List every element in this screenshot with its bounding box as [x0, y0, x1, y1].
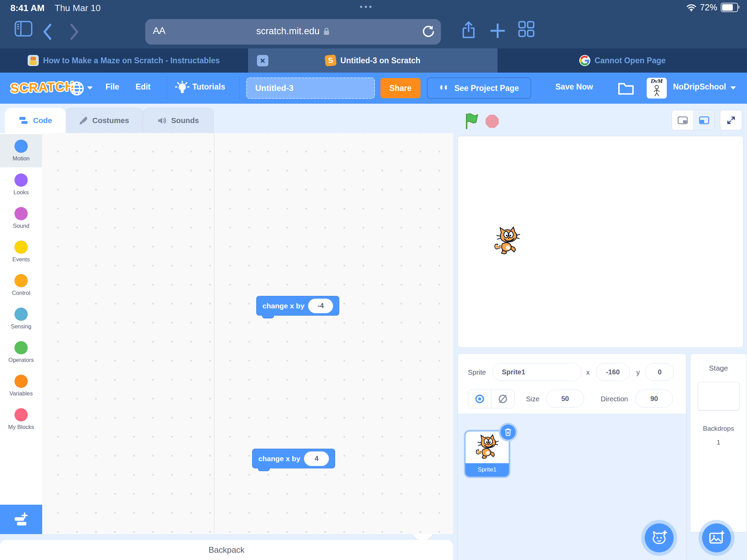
menu-edit[interactable]: Edit — [136, 82, 150, 92]
multitask-dots[interactable]: ••• — [360, 2, 374, 12]
category-control[interactable]: Control — [0, 269, 42, 302]
paintbrush-icon — [79, 116, 88, 125]
browser-tab-cannot-open[interactable]: Cannot Open Page — [498, 48, 747, 73]
safari-tab-strip: How to Make a Maze on Scratch - Instruct… — [0, 48, 747, 73]
sidebar-icon[interactable] — [15, 21, 33, 37]
google-favicon — [579, 55, 590, 66]
backpack-label: Backpack — [209, 545, 245, 555]
sprite-name-input[interactable]: Sprite1 — [492, 363, 582, 381]
share-icon[interactable] — [461, 21, 477, 39]
sensing-dot — [15, 308, 28, 321]
scratch-menu-bar: SCRATCH File Edit Tutorials Untitled-3 S… — [0, 73, 747, 104]
language-globe-icon[interactable] — [69, 81, 84, 96]
category-sound[interactable]: Sound — [0, 202, 42, 235]
sound-dot — [15, 207, 28, 220]
sprite-direction-input[interactable]: 90 — [635, 390, 673, 408]
wifi-icon — [686, 3, 697, 12]
add-sprite-button[interactable] — [645, 523, 674, 552]
stage-selector-pane[interactable]: Stage Backdrops 1 — [690, 353, 747, 532]
small-stage-button[interactable] — [672, 110, 693, 130]
script2-change-x[interactable]: change x by 4 — [252, 449, 335, 468]
hide-sprite-button[interactable] — [491, 390, 514, 408]
tab-title: Cannot Open Page — [594, 56, 666, 65]
sprite-size-input[interactable]: 50 — [546, 390, 584, 408]
green-flag-button[interactable] — [463, 113, 479, 129]
project-folder-icon[interactable] — [618, 81, 634, 96]
backdrop-thumbnail[interactable] — [698, 382, 739, 410]
sprite-card-sprite1[interactable]: Sprite1 — [465, 431, 509, 476]
value-oval[interactable]: -4 — [308, 299, 333, 313]
browser-tab-instructables[interactable]: How to Make a Maze on Scratch - Instruct… — [0, 48, 248, 73]
add-extension-button[interactable] — [0, 505, 42, 534]
back-button[interactable] — [42, 23, 53, 41]
tab-sounds[interactable]: Sounds — [142, 108, 214, 133]
block-palette — [42, 133, 214, 534]
project-page-icon — [439, 84, 450, 92]
stage-sprite-cat[interactable] — [492, 225, 523, 257]
large-stage-button[interactable] — [693, 110, 714, 130]
backdrops-label: Backdrops — [690, 425, 747, 432]
category-sensing[interactable]: Sensing — [0, 302, 42, 335]
clock: 8:41 AM — [10, 3, 45, 13]
script1-change-x[interactable]: change x by -4 — [256, 296, 339, 316]
script-canvas[interactable] — [214, 133, 453, 534]
direction-label: Direction — [601, 395, 628, 403]
category-looks[interactable]: Looks — [0, 168, 42, 201]
account-menu[interactable]: NoDripSchool — [673, 82, 726, 92]
close-tab-icon[interactable]: ✕ — [257, 55, 268, 66]
sprite-label: Sprite — [468, 368, 486, 376]
show-sprite-button[interactable] — [468, 390, 491, 408]
battery-icon — [721, 3, 738, 12]
instructables-favicon — [28, 55, 39, 66]
address-bar[interactable]: AA scratch.mit.edu — [145, 19, 441, 45]
stage-pane-title: Stage — [690, 364, 747, 372]
tab-title: How to Make a Maze on Scratch - Instruct… — [43, 56, 220, 65]
battery-percent: 72% — [700, 2, 717, 12]
operators-dot — [15, 341, 28, 354]
tab-code[interactable]: Code — [5, 108, 66, 133]
add-backdrop-icon — [709, 531, 724, 545]
scratch-logo[interactable]: SCRATCH — [10, 79, 74, 96]
stage[interactable] — [458, 136, 744, 348]
ios-status-bar: 8:41 AM Thu Mar 10 ••• 72% — [0, 0, 747, 15]
new-tab-icon[interactable] — [490, 24, 505, 38]
category-my-blocks[interactable]: My Blocks — [0, 403, 42, 436]
avatar[interactable]: DvM — [647, 78, 667, 99]
variables-dot — [15, 375, 28, 388]
fullscreen-group — [720, 110, 742, 130]
browser-tab-scratch[interactable]: ✕ S Untitled-3 on Scratch — [248, 48, 498, 73]
fullscreen-button[interactable] — [720, 110, 741, 130]
speaker-icon — [157, 116, 167, 125]
account-caret-icon — [730, 86, 736, 90]
sprite-card-name: Sprite1 — [465, 463, 509, 476]
menu-tutorials[interactable]: Tutorials — [192, 82, 225, 92]
category-motion[interactable]: Motion — [0, 134, 42, 167]
share-button[interactable]: Share — [380, 78, 421, 98]
stop-button[interactable] — [486, 115, 499, 128]
stage-size-toggle — [672, 110, 715, 130]
tab-costumes[interactable]: Costumes — [65, 108, 143, 133]
visibility-toggle — [468, 390, 515, 408]
scratch-editor-in-safari: 8:41 AM Thu Mar 10 ••• 72% AA scratch.mi… — [0, 0, 747, 560]
sprite-y-input[interactable]: 0 — [645, 363, 674, 381]
value-oval[interactable]: 4 — [304, 451, 329, 466]
category-list: Motion Looks Sound Events Control Sensin… — [0, 133, 42, 534]
project-name-input[interactable]: Untitled-3 — [246, 77, 375, 99]
add-backdrop-button[interactable] — [702, 523, 731, 552]
date: Thu Mar 10 — [55, 3, 101, 13]
category-operators[interactable]: Operators — [0, 336, 42, 369]
category-events[interactable]: Events — [0, 235, 42, 268]
see-project-page-button[interactable]: See Project Page — [427, 77, 531, 99]
language-caret-icon — [87, 86, 93, 90]
backpack-bar[interactable]: Backpack — [0, 540, 453, 560]
forward-button[interactable] — [68, 23, 80, 41]
save-now-button[interactable]: Save Now — [555, 82, 593, 92]
reload-icon[interactable] — [422, 25, 435, 39]
lock-icon — [323, 27, 330, 36]
tab-overview-icon[interactable] — [518, 21, 535, 37]
category-variables[interactable]: Variables — [0, 369, 42, 402]
sprite-x-input[interactable]: -160 — [596, 363, 630, 381]
menu-file[interactable]: File — [105, 82, 119, 92]
delete-sprite-button[interactable] — [500, 424, 516, 440]
safari-toolbar: AA scratch.mit.edu — [0, 15, 747, 48]
